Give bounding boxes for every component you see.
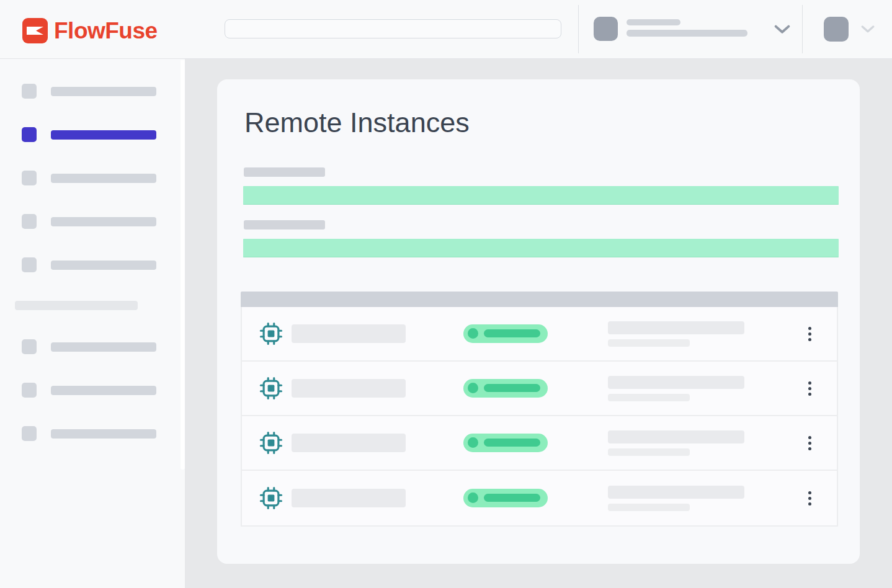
sidebar-section-label-skeleton bbox=[15, 301, 138, 310]
table-header-skeleton bbox=[241, 292, 838, 307]
sidebar bbox=[0, 59, 185, 588]
sidebar-secondary-nav bbox=[0, 310, 185, 441]
meta-line-skeleton bbox=[608, 504, 690, 511]
nav-item-icon-skeleton bbox=[22, 339, 37, 354]
instance-meta bbox=[608, 376, 744, 401]
form-field-input-highlight[interactable] bbox=[243, 186, 839, 205]
nav-item-icon-skeleton bbox=[22, 426, 37, 441]
table-row[interactable] bbox=[242, 307, 837, 362]
status-dot bbox=[468, 437, 478, 448]
chip-icon bbox=[259, 376, 283, 400]
meta-line-skeleton bbox=[608, 486, 744, 499]
nav-item-label-skeleton bbox=[51, 429, 156, 439]
flowfuse-logo-icon bbox=[22, 18, 48, 43]
chevron-down-icon bbox=[861, 25, 875, 33]
sidebar-nav-item[interactable] bbox=[0, 171, 185, 185]
nav-item-label-skeleton bbox=[51, 174, 156, 183]
row-menu-button[interactable] bbox=[802, 376, 817, 401]
status-dot bbox=[468, 492, 478, 503]
instance-name-skeleton bbox=[292, 324, 406, 343]
team-subtitle-skeleton bbox=[627, 30, 747, 37]
remote-instances-card: Remote Instances bbox=[217, 79, 860, 564]
row-menu-button[interactable] bbox=[802, 486, 817, 510]
header-divider bbox=[802, 5, 803, 53]
sidebar-nav-item[interactable] bbox=[0, 84, 185, 99]
search-input[interactable] bbox=[225, 19, 561, 38]
instance-name-skeleton bbox=[292, 434, 406, 452]
nav-item-label-skeleton bbox=[51, 261, 156, 270]
team-avatar bbox=[594, 17, 618, 41]
nav-item-icon-skeleton bbox=[22, 84, 37, 99]
sidebar-nav-item[interactable] bbox=[0, 383, 185, 398]
nav-item-icon-skeleton bbox=[22, 257, 37, 272]
sidebar-nav-item[interactable] bbox=[0, 214, 185, 229]
meta-line-skeleton bbox=[608, 430, 744, 443]
status-pill bbox=[463, 324, 548, 343]
status-pill bbox=[463, 379, 548, 398]
instance-name-skeleton bbox=[292, 379, 406, 398]
sidebar-nav-item[interactable] bbox=[0, 426, 185, 441]
chip-icon bbox=[259, 431, 283, 455]
instance-meta bbox=[608, 321, 744, 347]
status-dot bbox=[468, 328, 478, 339]
chevron-down-icon bbox=[774, 25, 790, 35]
meta-line-skeleton bbox=[608, 339, 690, 347]
nav-item-label-skeleton bbox=[51, 342, 156, 352]
main-content: Remote Instances bbox=[185, 59, 892, 588]
meta-line-skeleton bbox=[608, 448, 690, 456]
nav-item-label-skeleton bbox=[51, 217, 156, 226]
status-label-skeleton bbox=[484, 384, 540, 392]
sidebar-primary-nav bbox=[0, 59, 185, 272]
chip-icon bbox=[259, 322, 283, 345]
nav-item-label-skeleton bbox=[51, 130, 156, 140]
status-pill bbox=[463, 489, 548, 507]
instance-meta bbox=[608, 430, 744, 456]
user-menu-button[interactable] bbox=[824, 17, 877, 42]
form-field-input-highlight[interactable] bbox=[243, 239, 839, 257]
table-row[interactable] bbox=[242, 362, 837, 416]
brand-wordmark: FlowFuse bbox=[54, 18, 158, 43]
status-label-skeleton bbox=[484, 494, 540, 502]
brand-home-link[interactable]: FlowFuse bbox=[22, 18, 158, 43]
status-label-skeleton bbox=[484, 439, 540, 447]
table-row[interactable] bbox=[242, 416, 837, 471]
chip-icon bbox=[259, 486, 283, 510]
meta-line-skeleton bbox=[608, 321, 744, 334]
header-divider bbox=[578, 5, 579, 53]
nav-item-icon-skeleton bbox=[22, 127, 37, 142]
form-field-label-skeleton bbox=[244, 167, 325, 177]
meta-line-skeleton bbox=[608, 394, 690, 401]
nav-item-icon-skeleton bbox=[22, 171, 37, 185]
page-title: Remote Instances bbox=[244, 108, 470, 138]
meta-line-skeleton bbox=[608, 376, 744, 389]
instance-name-skeleton bbox=[292, 489, 406, 507]
row-menu-button[interactable] bbox=[802, 430, 817, 455]
team-selector-button[interactable] bbox=[594, 17, 792, 42]
instance-meta bbox=[608, 486, 744, 511]
sidebar-nav-item[interactable] bbox=[0, 127, 185, 142]
status-dot bbox=[468, 383, 478, 393]
nav-item-icon-skeleton bbox=[22, 214, 37, 229]
status-label-skeleton bbox=[484, 329, 540, 337]
form-field-label-skeleton bbox=[244, 220, 325, 229]
row-menu-button[interactable] bbox=[802, 321, 817, 346]
sidebar-nav-item[interactable] bbox=[0, 339, 185, 354]
table-row[interactable] bbox=[242, 471, 837, 525]
instances-table bbox=[241, 292, 838, 527]
app-header: FlowFuse bbox=[0, 0, 892, 59]
table-body bbox=[241, 307, 838, 527]
sidebar-nav-item[interactable] bbox=[0, 257, 185, 272]
status-pill bbox=[463, 434, 548, 452]
nav-item-label-skeleton bbox=[51, 386, 156, 395]
sidebar-scrollbar[interactable] bbox=[181, 60, 185, 470]
nav-item-icon-skeleton bbox=[22, 383, 37, 398]
team-name-skeleton bbox=[627, 19, 680, 25]
user-avatar bbox=[824, 17, 849, 42]
nav-item-label-skeleton bbox=[51, 87, 156, 96]
